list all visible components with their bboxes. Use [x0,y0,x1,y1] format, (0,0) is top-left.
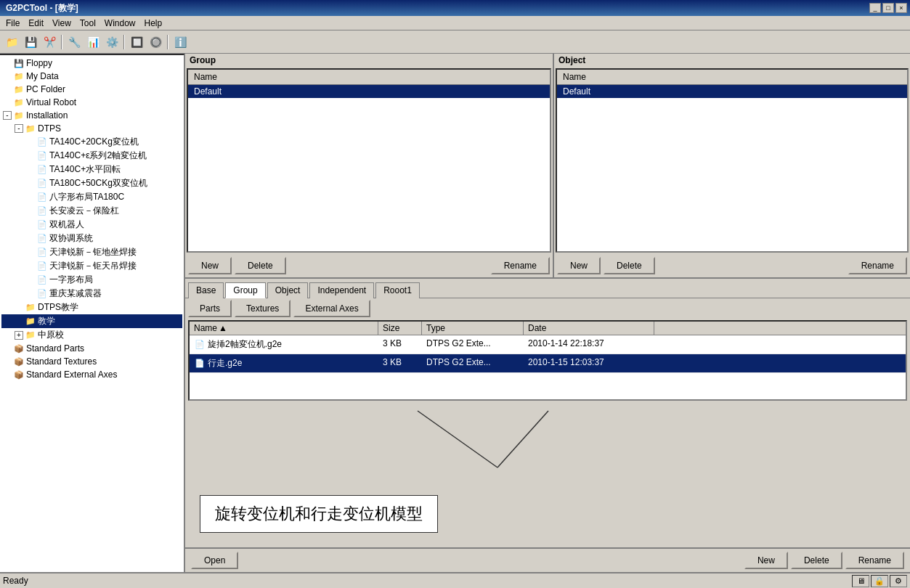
group-name-col[interactable]: Name [191,71,220,83]
tree-icon-mydata: 📁 [13,70,25,82]
file-col-type[interactable]: Type [422,322,524,335]
tree-label-item10: 天津锐新－钜天吊焊接 [49,260,137,272]
tree-label-stdtextures: Standard Textures [26,356,97,367]
menu-edit[interactable]: Edit [24,17,48,30]
file-icon-1: 📄 [194,358,206,369]
toolbar-circle-btn[interactable]: 🔘 [147,33,164,51]
group-delete-button[interactable]: Delete [235,257,286,274]
tree-item-virtualrobot[interactable]: 📁Virtual Robot [1,96,182,109]
bottom-new-button[interactable]: New [744,552,788,569]
file-row-1[interactable]: 📄行走.g2e3 KBDTPS G2 Exte...2010-1-15 12:0… [190,354,906,373]
tree-item-item8[interactable]: 📄双协调系统 [1,232,182,245]
toolbar-gear-btn[interactable]: ⚙️ [103,33,121,51]
toolbar-tool-btn[interactable]: 🔧 [65,33,83,51]
group-buttons: New Delete Rename [185,254,553,277]
tree-item-item12[interactable]: 📄重庆某减震器 [1,287,182,301]
file-col-date[interactable]: Date [524,322,654,335]
tree-expand-installation[interactable]: - [3,111,12,120]
group-list[interactable]: Name Default [187,68,551,253]
tree-icon-item11: 📄 [36,274,48,286]
tree-icon-item12: 📄 [36,288,48,300]
tree-item-jiaoxue[interactable]: 📁教学 [1,314,182,328]
minimize-button[interactable]: _ [869,3,881,13]
tabs-section: Base Group Object Independent Rooot1 Par… [185,279,910,572]
file-row-0[interactable]: 📄旋挿2軸変位机.g2e3 KBDTPS G2 Exte...2010-1-14… [190,335,906,354]
tree-expand-dtps[interactable]: - [15,124,23,133]
tree-item-stdtextures[interactable]: 📦Standard Textures [1,355,182,368]
object-rename-button[interactable]: Rename [848,257,907,274]
toolbar-sep3 [167,35,168,49]
file-cell-type-0: DTPS G2 Exte... [422,337,524,352]
tree-item-stdparts[interactable]: 📦Standard Parts [1,342,182,355]
toolbar-cut-btn[interactable]: ✂️ [41,33,58,51]
object-title: Object [554,54,910,67]
bottom-delete-button[interactable]: Delete [791,552,842,569]
sub-tab-parts[interactable]: Parts [188,300,232,317]
tab-independent[interactable]: Independent [309,282,374,298]
menu-window[interactable]: Window [100,17,140,30]
menu-help[interactable]: Help [140,17,167,30]
main-content: 💾Floppy📁My Data📁PC Folder📁Virtual Robot-… [0,54,910,572]
tab-base[interactable]: Base [188,282,224,298]
maximize-button[interactable]: □ [882,3,894,13]
tree-panel: 💾Floppy📁My Data📁PC Folder📁Virtual Robot-… [0,54,185,572]
tree-item-zhongyuanxiao[interactable]: +📁中原校 [1,328,182,342]
file-list-area[interactable]: Name ▲ Size Type Date 📄旋挿2軸変位机.g2e3 KBDT… [188,320,907,401]
callout-text: 旋转变位机和行走变位机模型 [215,505,423,523]
tab-group[interactable]: Group [225,282,265,298]
tree-item-pcfolder[interactable]: 📁PC Folder [1,83,182,96]
tree-item-stdaxes[interactable]: 📦Standard External Axes [1,368,182,381]
menu-view[interactable]: View [48,17,76,30]
tree-item-dtps[interactable]: -📁DTPS [1,122,182,135]
toolbar-chart-btn[interactable]: 📊 [84,33,102,51]
menu-file[interactable]: File [1,17,24,30]
toolbar: 📁 💾 ✂️ 🔧 📊 ⚙️ 🔲 🔘 ℹ️ [0,30,910,54]
menu-tool[interactable]: Tool [76,17,100,30]
tree-item-item2[interactable]: 📄TA140C+ε系列2軸変位机 [1,149,182,163]
tree-expand-zhongyuanxiao[interactable]: + [15,331,23,340]
file-col-name[interactable]: Name ▲ [190,322,378,335]
object-name-col[interactable]: Name [560,71,589,83]
object-delete-button[interactable]: Delete [604,257,655,274]
bottom-open-button[interactable]: Open [191,552,238,569]
tree-item-item4[interactable]: 📄TA180C+50CKg双変位机 [1,176,182,190]
tree-item-item11[interactable]: 📄一字形布局 [1,273,182,287]
tree-item-item5[interactable]: 📄八字形布局TA180C [1,190,182,204]
tree-item-item1[interactable]: 📄TA140C+20CKg変位机 [1,135,182,149]
toolbar-sep2 [123,35,125,49]
bottom-rename-button[interactable]: Rename [845,552,904,569]
object-new-button[interactable]: New [557,257,601,274]
tree-label-zhongyuanxiao: 中原校 [38,329,64,341]
toolbar-new-btn[interactable]: 📁 [3,33,20,51]
group-new-button[interactable]: New [188,257,232,274]
tree-item-item7[interactable]: 📄双机器人 [1,218,182,232]
object-list[interactable]: Name Default [556,68,909,253]
tree-item-floppy[interactable]: 💾Floppy [1,57,182,70]
tree-icon-item9: 📄 [36,247,48,258]
tree-icon-item1: 📄 [36,136,48,148]
menu-bar: File Edit View Tool Window Help [0,16,910,30]
tab-rooot1[interactable]: Rooot1 [375,282,420,298]
tree-item-installation[interactable]: -📁Installation [1,109,182,122]
toolbar-grid-btn[interactable]: 🔲 [128,33,145,51]
toolbar-save-btn[interactable]: 💾 [22,33,39,51]
tree-icon-item5: 📄 [36,192,48,203]
tree-label-stdparts: Standard Parts [26,343,84,354]
group-rename-button[interactable]: Rename [491,257,550,274]
bottom-buttons: Open New Delete Rename [185,547,910,572]
tab-object[interactable]: Object [267,282,309,298]
tree-item-mydata[interactable]: 📁My Data [1,70,182,83]
sub-tab-external-axes[interactable]: External Axes [293,300,370,317]
file-col-size[interactable]: Size [378,322,422,335]
tree-item-item6[interactable]: 📄长安凌云－保险杠 [1,204,182,218]
tree-item-item9[interactable]: 📄天津锐新－钜地坐焊接 [1,245,182,259]
group-row-default[interactable]: Default [188,85,550,98]
tree-item-dtpsjiaoxue[interactable]: 📁DTPS教学 [1,301,182,314]
tree-item-item3[interactable]: 📄TA140C+水平回転 [1,163,182,176]
object-row-default[interactable]: Default [557,85,907,98]
tree-label-item2: TA140C+ε系列2軸変位机 [49,150,147,162]
toolbar-info-btn[interactable]: ℹ️ [171,33,189,51]
close-button[interactable]: × [895,3,907,13]
sub-tab-textures[interactable]: Textures [235,300,291,317]
tree-item-item10[interactable]: 📄天津锐新－钜天吊焊接 [1,259,182,273]
